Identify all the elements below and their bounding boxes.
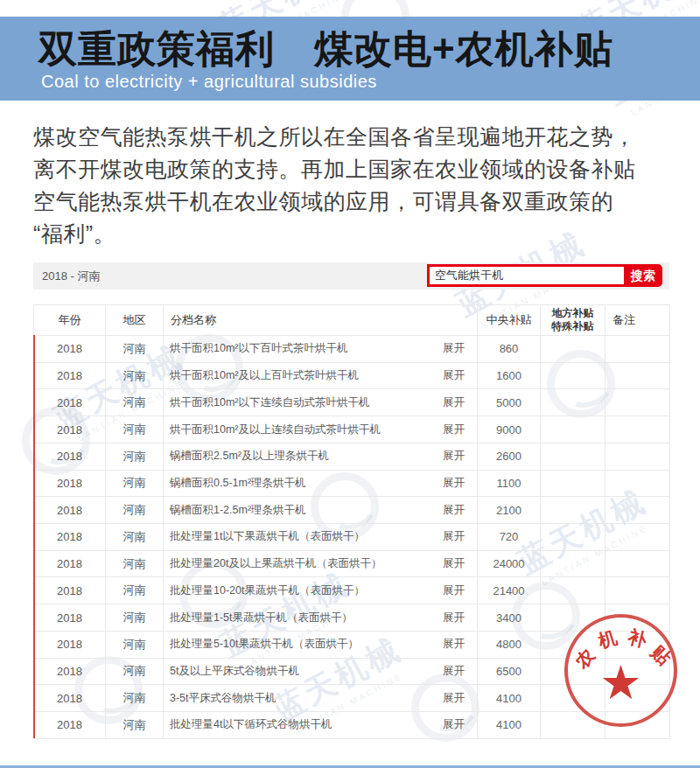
row-year: 2018 xyxy=(34,685,106,712)
row-local-subsidy xyxy=(541,416,606,443)
table-row: 2018河南批处理量1-5t果蔬烘干机（表面烘干）展开3400 xyxy=(34,604,670,632)
row-note xyxy=(606,416,670,443)
stamp-char: 贴 xyxy=(646,640,676,671)
col-header-category: 分档名称 xyxy=(164,305,478,336)
row-region: 河南 xyxy=(106,362,164,389)
expand-link[interactable]: 展开 xyxy=(443,503,465,518)
search-input[interactable] xyxy=(430,267,624,284)
expand-link[interactable]: 展开 xyxy=(443,691,465,706)
table-row: 2018河南批处理量10-20t果蔬烘干机（表面烘干）展开21400 xyxy=(34,577,670,604)
category-name: 批处理量4t以下循环式谷物烘干机 xyxy=(170,717,332,732)
table-row: 2018河南烘干面积10m²及以上百叶式茶叶烘干机展开1600 xyxy=(34,362,670,389)
table-row: 2018河南烘干面积10m²以下连续自动式茶叶烘干机展开5000 xyxy=(34,389,670,416)
row-central-subsidy: 21400 xyxy=(478,577,541,604)
intro-line: 煤改空气能热泵烘干机之所以在全国各省呈现遍地开花之势， xyxy=(33,121,676,153)
expand-link[interactable]: 展开 xyxy=(443,341,465,356)
row-central-subsidy: 3400 xyxy=(478,604,541,632)
table-row: 2018河南锅槽面积0.5-1m²理条烘干机展开1100 xyxy=(34,470,670,497)
table-left-accent xyxy=(33,335,35,738)
row-year: 2018 xyxy=(34,631,106,658)
local-subsidy-line1: 地方补贴 xyxy=(541,307,605,320)
row-year: 2018 xyxy=(34,362,106,389)
table-row: 2018河南锅槽面积2.5m²及以上理条烘干机展开2600 xyxy=(34,443,670,470)
row-central-subsidy: 9000 xyxy=(478,416,541,443)
row-region: 河南 xyxy=(106,416,164,443)
row-local-subsidy xyxy=(541,577,606,604)
category-name: 批处理量10-20t果蔬烘干机（表面烘干） xyxy=(170,583,365,598)
expand-link[interactable]: 展开 xyxy=(443,529,465,544)
category-name: 烘干面积10m²以下连续自动式茶叶烘干机 xyxy=(170,395,369,410)
local-subsidy-line2: 特殊补贴 xyxy=(541,320,605,333)
stamp-char: 补 xyxy=(626,625,649,653)
row-note xyxy=(606,443,670,470)
expand-link[interactable]: 展开 xyxy=(443,422,465,437)
row-region: 河南 xyxy=(106,389,164,416)
row-category: 批处理量5-10t果蔬烘干机（表面烘干）展开 xyxy=(164,631,478,658)
row-central-subsidy: 1100 xyxy=(478,470,541,497)
row-category: 批处理量1-5t果蔬烘干机（表面烘干）展开 xyxy=(164,604,478,632)
row-central-subsidy: 720 xyxy=(478,524,541,551)
expand-link[interactable]: 展开 xyxy=(443,368,465,383)
row-note xyxy=(606,336,670,363)
row-year: 2018 xyxy=(34,658,106,685)
table-row: 2018河南批处理量1t以下果蔬烘干机（表面烘干）展开720 xyxy=(34,524,670,551)
table-row: 2018河南烘干面积10m²及以上连续自动式茶叶烘干机展开9000 xyxy=(34,416,670,443)
row-note xyxy=(606,362,670,389)
expand-link[interactable]: 展开 xyxy=(443,556,465,571)
expand-link[interactable]: 展开 xyxy=(443,395,465,410)
table-row: 2018河南锅槽面积1-2.5m²理条烘干机展开2100 xyxy=(34,497,670,524)
row-region: 河南 xyxy=(106,470,164,497)
category-name: 3-5t平床式谷物烘干机 xyxy=(170,691,276,706)
row-central-subsidy: 4100 xyxy=(478,685,541,712)
intro-line: “福利”。 xyxy=(33,218,676,250)
expand-link[interactable]: 展开 xyxy=(443,476,465,491)
expand-link[interactable]: 展开 xyxy=(443,637,465,652)
category-name: 烘干面积10m²以下百叶式茶叶烘干机 xyxy=(170,341,347,356)
category-name: 5t及以上平床式谷物烘干机 xyxy=(170,664,299,679)
category-name: 批处理量5-10t果蔬烘干机（表面烘干） xyxy=(170,637,359,652)
row-category: 锅槽面积2.5m²及以上理条烘干机展开 xyxy=(164,443,478,470)
row-note xyxy=(606,577,670,604)
category-name: 锅槽面积2.5m²及以上理条烘干机 xyxy=(170,449,329,464)
col-header-year: 年份 xyxy=(34,305,106,336)
row-central-subsidy: 4100 xyxy=(478,712,541,739)
intro-line: 空气能热泵烘干机在农业领域的应用，可谓具备双重政策的 xyxy=(33,185,676,218)
row-central-subsidy: 2600 xyxy=(478,443,541,470)
row-category: 烘干面积10m²及以上百叶式茶叶烘干机展开 xyxy=(164,362,478,389)
row-local-subsidy xyxy=(541,550,606,577)
expand-link[interactable]: 展开 xyxy=(443,717,465,732)
row-year: 2018 xyxy=(34,416,106,443)
expand-link[interactable]: 展开 xyxy=(443,583,465,598)
row-category: 批处理量4t以下循环式谷物烘干机展开 xyxy=(164,712,478,739)
row-region: 河南 xyxy=(106,443,164,470)
row-local-subsidy xyxy=(541,524,606,551)
row-year: 2018 xyxy=(34,604,106,632)
row-category: 3-5t平床式谷物烘干机展开 xyxy=(164,685,478,712)
row-central-subsidy: 860 xyxy=(478,336,541,363)
row-region: 河南 xyxy=(106,658,164,685)
row-region: 河南 xyxy=(106,550,164,577)
row-category: 烘干面积10m²以下连续自动式茶叶烘干机展开 xyxy=(164,389,478,416)
row-region: 河南 xyxy=(106,524,164,551)
row-note xyxy=(606,389,670,416)
search-box: 搜索 xyxy=(427,264,662,287)
intro-paragraph: 煤改空气能热泵烘干机之所以在全国各省呈现遍地开花之势， 离不开煤改电政策的支持。… xyxy=(33,121,676,250)
intro-line: 离不开煤改电政策的支持。再加上国家在农业领域的设备补贴 xyxy=(33,153,676,185)
expand-link[interactable]: 展开 xyxy=(443,664,465,679)
row-region: 河南 xyxy=(106,631,164,658)
row-note xyxy=(606,550,670,577)
row-region: 河南 xyxy=(106,497,164,524)
category-name: 批处理量1-5t果蔬烘干机（表面烘干） xyxy=(170,611,353,625)
row-local-subsidy xyxy=(541,389,606,416)
expand-link[interactable]: 展开 xyxy=(443,611,465,625)
row-category: 5t及以上平床式谷物烘干机展开 xyxy=(164,658,478,685)
star-icon: ★ xyxy=(599,656,641,709)
row-region: 河南 xyxy=(106,712,164,739)
category-name: 批处理量20t及以上果蔬烘干机（表面烘干） xyxy=(170,556,382,571)
row-local-subsidy xyxy=(541,497,606,524)
row-category: 烘干面积10m²及以上连续自动式茶叶烘干机展开 xyxy=(164,416,478,443)
row-year: 2018 xyxy=(34,712,106,739)
search-button[interactable]: 搜索 xyxy=(624,264,662,287)
expand-link[interactable]: 展开 xyxy=(443,449,465,464)
row-local-subsidy xyxy=(541,470,606,497)
